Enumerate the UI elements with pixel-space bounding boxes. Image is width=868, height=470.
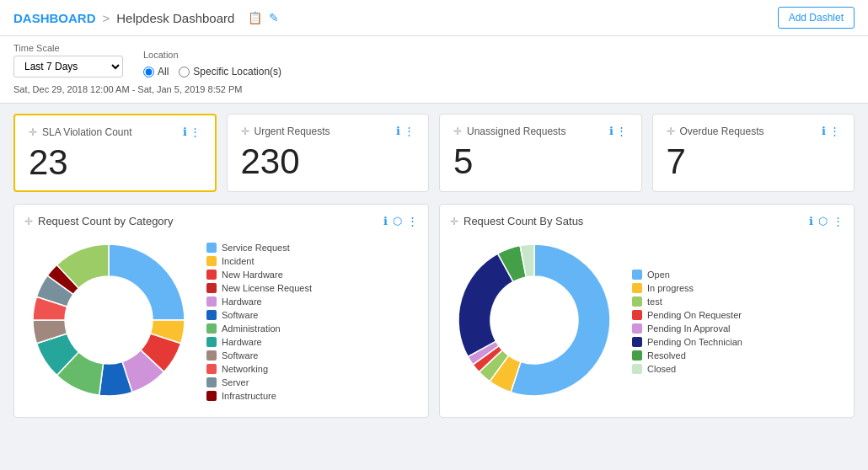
category-chart-panel: ✛ Request Count by Category ℹ ⬡ ⋮ Servic… [13,204,429,418]
legend-item: New Hardware [206,270,312,280]
legend-label: New Hardware [222,270,283,280]
legend-item: Resolved [632,350,742,361]
kpi-value: 230 [241,144,415,179]
kpi-card-header: ✛ Overdue Requests ℹ ⋮ [667,125,841,137]
breadcrumb-page-title: Helpdesk Dashboard [116,11,234,25]
legend-label: Pending In Approval [647,323,730,334]
category-chart-icons: ℹ ⬡ ⋮ [383,215,418,227]
legend-color [206,323,217,334]
category-chart-header: ✛ Request Count by Category ℹ ⬡ ⋮ [24,215,418,227]
legend-label: Software [222,350,258,361]
legend-color [632,350,642,361]
time-scale-select[interactable]: Last 7 Days [13,56,123,77]
kpi-menu-icon[interactable]: ℹ ⋮ [822,125,840,137]
time-scale-label: Time Scale [13,43,123,53]
legend-item: In progress [632,283,742,293]
legend-item: Software [206,350,312,361]
legend-item: Open [632,270,742,280]
legend-color [206,270,217,280]
kpi-card-header: ✛ Unassigned Requests ℹ ⋮ [453,125,628,137]
kpi-card-header: ✛ SLA Violation Count ℹ ⋮ [29,126,201,138]
kpi-card-overdue[interactable]: ✛ Overdue Requests ℹ ⋮ 7 [652,114,855,192]
legend-item: Infrastructure [206,391,312,401]
kpi-value: 5 [453,144,628,179]
kpi-card-header: ✛ Urgent Requests ℹ ⋮ [241,125,415,137]
legend-color [632,283,642,293]
legend-label: Service Request [222,243,290,253]
kpi-menu-icon[interactable]: ℹ ⋮ [396,125,415,137]
legend-item: Networking [206,364,312,374]
kpi-card-urgent[interactable]: ✛ Urgent Requests ℹ ⋮ 230 [227,114,430,192]
kpi-title: Urgent Requests [255,126,330,137]
breadcrumb: DASHBOARD > Helpdesk Dashboard 📋 ✎ [13,11,279,25]
status-info-icon[interactable]: ℹ [809,215,813,227]
edit-icon[interactable]: ✎ [269,11,279,24]
category-drag-icon: ✛ [24,216,33,227]
radio-all[interactable]: All [143,66,169,77]
legend-label: Open [647,270,670,280]
legend-label: Networking [222,364,268,374]
legend-item: Administration [206,323,312,334]
kpi-card-unassigned[interactable]: ✛ Unassigned Requests ℹ ⋮ 5 [439,114,642,192]
legend-label: Server [222,377,249,387]
status-chart-panel: ✛ Request Count By Satus ℹ ⬡ ⋮ OpenIn pr… [439,204,855,418]
copy-icon[interactable]: 📋 [248,11,262,24]
breadcrumb-dashboard[interactable]: DASHBOARD [13,11,96,25]
kpi-value: 7 [667,144,841,179]
legend-color [206,296,217,307]
kpi-menu-icon[interactable]: ℹ ⋮ [183,126,201,138]
category-chart-type-icon[interactable]: ⬡ [393,215,402,227]
category-donut [24,236,193,407]
top-bar: DASHBOARD > Helpdesk Dashboard 📋 ✎ Add D… [0,0,868,36]
legend-color [206,310,217,320]
location-label: Location [143,50,281,60]
breadcrumb-icon-group: 📋 ✎ [248,11,279,24]
status-chart-type-icon[interactable]: ⬡ [818,215,828,227]
location-radio-row: All Specific Location(s) [143,66,281,77]
kpi-card-sla[interactable]: ✛ SLA Violation Count ℹ ⋮ 23 [13,114,217,192]
legend-color [206,337,217,347]
legend-color [632,310,642,320]
category-chart-title: Request Count by Category [38,215,173,227]
legend-label: Closed [647,364,676,374]
legend-color [632,364,642,374]
legend-color [632,337,642,347]
legend-label: Pending On Requester [647,310,742,320]
kpi-title: Unassigned Requests [467,126,565,137]
legend-color [206,243,217,253]
legend-label: Infrastructure [222,391,276,401]
legend-item: Pending On Requester [632,310,742,320]
status-menu-icon[interactable]: ⋮ [833,215,844,227]
kpi-title: Overdue Requests [680,126,764,137]
location-group: Location All Specific Location(s) [143,50,281,77]
kpi-value: 23 [29,145,201,180]
legend-label: Hardware [222,296,262,307]
legend-label: Resolved [647,350,686,361]
legend-color [632,296,642,307]
kpi-menu-icon[interactable]: ℹ ⋮ [609,125,628,137]
legend-item: New License Request [206,283,312,293]
legend-item: Incident [206,256,312,266]
legend-item: Pending On Technician [632,337,742,347]
legend-label: Hardware [222,337,262,347]
add-dashlet-button[interactable]: Add Dashlet [778,7,855,29]
breadcrumb-separator: > [103,11,110,25]
category-info-icon[interactable]: ℹ [383,215,388,227]
kpi-drag-icon: ✛ [453,126,462,137]
legend-item: Closed [632,364,742,374]
status-chart-title: Request Count By Satus [463,215,583,227]
category-menu-icon[interactable]: ⋮ [407,215,418,227]
legend-label: Pending On Technician [647,337,742,347]
category-chart-body: Service RequestIncidentNew HardwareNew L… [24,236,418,407]
kpi-row: ✛ SLA Violation Count ℹ ⋮ 23 ✛ Urgent Re… [13,114,855,192]
kpi-drag-icon: ✛ [667,126,675,137]
legend-item: Pending In Approval [632,323,742,334]
filters-bar: Time Scale Last 7 Days Location All Spec… [0,36,868,104]
status-legend: OpenIn progresstestPending On RequesterP… [632,270,742,374]
legend-item: Service Request [206,243,312,253]
legend-label: New License Request [222,283,312,293]
legend-color [206,391,217,401]
radio-specific[interactable]: Specific Location(s) [179,66,281,77]
status-chart-body: OpenIn progresstestPending On RequesterP… [450,236,844,407]
legend-color [206,283,217,293]
